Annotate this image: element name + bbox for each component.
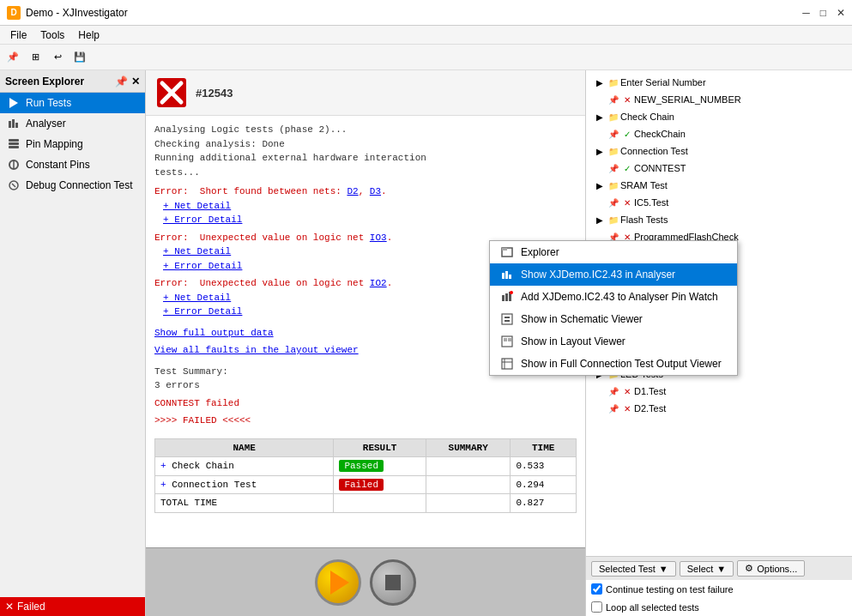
sidebar-item-pin-mapping[interactable]: Pin Mapping xyxy=(0,134,145,154)
row2-result: Failed xyxy=(334,475,426,494)
net-detail-3[interactable]: + Net Detail xyxy=(163,293,231,303)
svg-rect-24 xyxy=(505,317,510,318)
error-detail-3[interactable]: + Error Detail xyxy=(163,306,242,317)
col-name: NAME xyxy=(155,438,334,457)
net-link-d2[interactable]: D2 xyxy=(347,186,358,196)
ctx-show-analyser[interactable]: Show XJDemo.IC2.43 in Analyser xyxy=(490,263,737,286)
tree-item-check-chain[interactable]: ▶ 📁 Check Chain xyxy=(589,108,849,125)
net-link-io3[interactable]: IO3 xyxy=(370,233,387,243)
sidebar-item-debug-connection-test[interactable]: Debug Connection Test xyxy=(0,175,145,196)
svg-rect-2 xyxy=(12,119,15,128)
stop-button[interactable] xyxy=(370,559,416,606)
svg-rect-27 xyxy=(504,338,507,341)
failed-banner: >>>> FAILED <<<<< xyxy=(154,414,577,428)
sidebar-spacer xyxy=(0,196,145,597)
checkbox-loop-tests[interactable]: Loop all selected tests xyxy=(591,601,699,613)
tree-label: Connection Test xyxy=(620,146,688,156)
error-line-1: Error: Short found between nets: D2, D3. xyxy=(154,184,577,199)
log-line-1: Analysing Logic tests (phase 2)... xyxy=(154,123,577,137)
ctx-show-connection[interactable]: Show in Full Connection Test Output View… xyxy=(490,353,737,375)
sidebar-header: Screen Explorer 📌 ✕ xyxy=(0,70,145,93)
sidebar-title: Screen Explorer xyxy=(5,75,84,88)
tree-item-d2[interactable]: 📌 ✕ D2.Test xyxy=(589,400,849,417)
ctx-show-schematic[interactable]: Show in Schematic Viewer xyxy=(490,308,737,330)
view-all-faults[interactable]: View all faults in the layout viewer xyxy=(154,345,359,355)
net-detail-1[interactable]: + Net Detail xyxy=(163,201,231,211)
error-detail-2[interactable]: + Error Detail xyxy=(163,261,242,271)
sidebar-pin-mapping-label: Pin Mapping xyxy=(26,138,83,150)
menu-help[interactable]: Help xyxy=(71,27,106,43)
continue-testing-checkbox[interactable] xyxy=(591,583,602,595)
toolbar-save-button[interactable]: 💾 xyxy=(70,48,89,67)
play-button[interactable] xyxy=(315,559,361,606)
collapse-icon: ▶ xyxy=(593,213,607,226)
loop-tests-checkbox[interactable] xyxy=(591,601,602,613)
net-link-d3[interactable]: D3 xyxy=(370,186,381,196)
minimize-button[interactable]: ─ xyxy=(802,7,810,19)
menu-file[interactable]: File xyxy=(3,27,33,43)
toolbar-undo-button[interactable]: ↩ xyxy=(48,48,67,67)
selected-test-button[interactable]: Selected Test ▼ xyxy=(591,561,676,577)
maximize-button[interactable]: □ xyxy=(820,7,826,19)
result-failed-badge: Failed xyxy=(339,479,384,491)
error-detail-1[interactable]: + Error Detail xyxy=(163,214,242,225)
sidebar-item-analyser[interactable]: Analyser xyxy=(0,113,145,134)
tree-label: IC5.Test xyxy=(634,197,668,208)
tree-label: SRAM Test xyxy=(620,180,668,190)
tree-item-new-serial[interactable]: 📌 ✕ NEW_SERIAL_NUMBER xyxy=(589,91,849,108)
checkbox-continue-testing[interactable]: Continue testing on test failure xyxy=(591,583,734,595)
title-bar-left: D Demo - XJInvestigator xyxy=(7,6,128,20)
right-toolbar: Selected Test ▼ Select ▼ ⚙ Options... xyxy=(586,556,852,580)
table-row: + Check Chain Passed 0.533 xyxy=(155,457,577,476)
test-header: #12543 xyxy=(146,70,585,116)
tree-item-connection-test[interactable]: ▶ 📁 Connection Test xyxy=(589,142,849,160)
tree-item-sram-test[interactable]: ▶ 📁 SRAM Test xyxy=(589,177,849,194)
sidebar-item-constant-pins[interactable]: Constant Pins xyxy=(0,154,145,175)
net-link-io2[interactable]: IO2 xyxy=(370,278,387,288)
conntest-failed: CONNTEST failed xyxy=(154,396,577,411)
tree-item-ic5-test[interactable]: 📌 ✕ IC5.Test xyxy=(589,194,849,211)
svg-rect-18 xyxy=(509,275,511,279)
sidebar-close-icon[interactable]: ✕ xyxy=(131,75,140,88)
toolbar: 📌 ⊞ ↩ 💾 xyxy=(0,45,852,70)
layout-icon xyxy=(500,335,514,348)
pin-icon: 📌 xyxy=(607,93,620,106)
toolbar-new-button[interactable]: ⊞ xyxy=(26,48,45,67)
net-detail-2[interactable]: + Net Detail xyxy=(163,246,231,257)
tree-item-d1[interactable]: 📌 ✕ D1.Test xyxy=(589,383,849,400)
tree-label: CheckChain xyxy=(634,129,686,139)
collapse-icon: ▶ xyxy=(593,110,607,124)
ctx-explorer[interactable]: Explorer xyxy=(490,241,737,263)
svg-rect-23 xyxy=(502,314,512,324)
row2-name: + Connection Test xyxy=(155,475,334,494)
run-tests-icon xyxy=(7,96,21,110)
row1-name: + Check Chain xyxy=(155,457,334,476)
bottom-controls xyxy=(146,547,585,616)
checkbox-row-2: Loop all selected tests xyxy=(586,598,852,616)
total-summary xyxy=(426,494,511,513)
tree-item-enter-serial[interactable]: ▶ 📁 Enter Serial Number xyxy=(589,74,849,91)
row1-time: 0.533 xyxy=(511,457,577,476)
options-button[interactable]: ⚙ Options... xyxy=(737,560,805,577)
title-bar-controls[interactable]: ─ □ ✕ xyxy=(802,7,845,19)
menu-tools[interactable]: Tools xyxy=(33,27,71,43)
toolbar-pin-button[interactable]: 📌 xyxy=(3,48,22,67)
select-button[interactable]: Select ▼ xyxy=(680,561,734,577)
tree-label: Check Chain xyxy=(620,112,674,122)
sidebar-pin-icon[interactable]: 📌 xyxy=(115,75,128,88)
analyser-icon xyxy=(500,268,514,281)
tree-item-checkchain[interactable]: 📌 ✓ CheckChain xyxy=(589,125,849,142)
results-table: NAME RESULT SUMMARY TIME + Check Chain P… xyxy=(154,438,577,513)
table-row: + Connection Test Failed 0.294 xyxy=(155,475,577,494)
ctx-add-pin-watch[interactable]: Add XJDemo.IC2.43 to Analyser Pin Watch xyxy=(490,286,737,308)
tree-item-conntest[interactable]: 📌 ✓ CONNTEST xyxy=(589,160,849,177)
close-button[interactable]: ✕ xyxy=(837,7,845,19)
expand-connection-test[interactable]: + xyxy=(160,480,166,490)
ctx-show-layout[interactable]: Show in Layout Viewer xyxy=(490,330,737,353)
tree-item-flash-tests[interactable]: ▶ 📁 Flash Tests xyxy=(589,211,849,228)
table-row: TOTAL TIME 0.827 xyxy=(155,494,577,513)
sidebar-item-run-tests[interactable]: Run Tests xyxy=(0,93,145,113)
cross-icon: ✕ xyxy=(620,196,634,209)
show-full-output[interactable]: Show full output data xyxy=(154,328,274,338)
expand-check-chain[interactable]: + xyxy=(160,461,166,471)
